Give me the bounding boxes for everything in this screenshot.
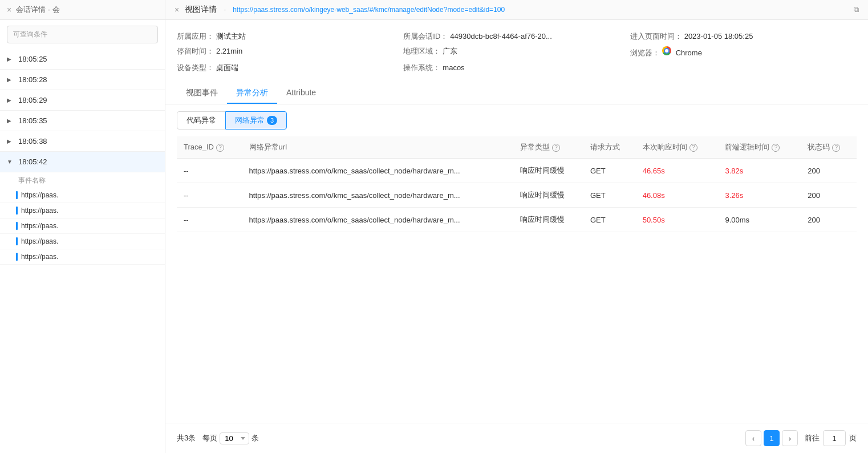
sub-tab-bar: 代码异常网络异常3	[165, 104, 868, 130]
event-bar-icon	[16, 237, 18, 245]
goto-page-unit: 页	[849, 433, 857, 443]
meta-region-label: 地理区域：	[403, 46, 440, 56]
meta-enter-time: 进入页面时间： 2023-01-05 18:05:25	[630, 29, 857, 44]
td-frontend-time: 3.26s	[718, 183, 801, 208]
td-response-time: 46.65s	[636, 159, 719, 183]
td-trace-id: --	[177, 159, 242, 183]
meta-session-id-label: 所属会话ID：	[403, 31, 448, 42]
event-text: https://paas.	[21, 253, 58, 261]
meta-app-value: 测试主站	[216, 31, 246, 42]
goto-page-input[interactable]	[823, 430, 846, 446]
row-arrow-icon: ▶	[7, 76, 14, 83]
topbar-title: 视图详情	[185, 5, 217, 15]
row-time: 18:05:25	[18, 55, 158, 63]
th-tip-icon[interactable]: ?	[689, 144, 697, 152]
copy-icon[interactable]: ⧉	[854, 5, 859, 14]
meta-browser: 浏览器： Chrome	[630, 44, 857, 60]
table-row: --https://paas.stress.com/o/kmc_saas/col…	[177, 208, 857, 232]
topbar: × 视图详情 - https://paas.stress.com/o/kinge…	[165, 0, 868, 20]
sidebar-row[interactable]: ▶ 18:05:38	[0, 131, 165, 152]
topbar-url[interactable]: https://paas.stress.com/o/kingeye-web_sa…	[233, 6, 848, 14]
tab-anomaly[interactable]: 异常分析	[227, 82, 277, 104]
event-bar-icon	[16, 253, 18, 261]
meta-os: 操作系统： macos	[403, 60, 630, 75]
meta-browser-label: 浏览器：	[630, 48, 660, 58]
td-anomaly-type: 响应时间缓慢	[513, 183, 583, 208]
th-request_method: 请求方式	[583, 136, 636, 159]
event-text: https://paas.	[21, 237, 58, 245]
sidebar-row[interactable]: ▶ 18:05:28	[0, 70, 165, 90]
td-trace-id: --	[177, 183, 242, 208]
th-frontend_time: 前端逻辑时间?	[718, 136, 801, 159]
td-response-time: 50.50s	[636, 208, 719, 232]
sidebar-event-item[interactable]: https://paas.	[0, 188, 165, 203]
row-time: 18:05:35	[18, 116, 158, 125]
td-trace-id: --	[177, 208, 242, 232]
tab-attribute[interactable]: Attribute	[277, 82, 325, 104]
table-header-row: Trace_ID?网络异常url异常类型?请求方式本次响应时间?前端逻辑时间?状…	[177, 136, 857, 159]
pagination-total: 共3条	[177, 433, 196, 443]
topbar-close-button[interactable]: ×	[175, 5, 179, 14]
table-header: Trace_ID?网络异常url异常类型?请求方式本次响应时间?前端逻辑时间?状…	[177, 136, 857, 159]
page-prev-button[interactable]: ‹	[745, 430, 761, 446]
row-arrow-icon: ▶	[7, 56, 14, 62]
td-response-time: 46.08s	[636, 183, 719, 208]
sidebar-title: 会话详情 - 会	[16, 5, 158, 15]
th-url: 网络异常url	[242, 136, 513, 159]
meta-device: 设备类型： 桌面端	[177, 60, 403, 75]
meta-stay-value: 2.21min	[216, 47, 242, 55]
td-frontend-time: 9.00ms	[718, 208, 801, 232]
row-arrow-icon: ▼	[7, 159, 14, 165]
th-tip-icon[interactable]: ?	[216, 144, 224, 152]
meta-app: 所属应用： 测试主站	[177, 29, 403, 44]
page-1-button[interactable]: 1	[764, 430, 780, 446]
sidebar-event-item[interactable]: https://paas.	[0, 234, 165, 249]
pagination-goto: 前往 页	[805, 430, 857, 446]
event-text: https://paas.	[21, 222, 58, 230]
tab-view-event[interactable]: 视图事件	[177, 82, 227, 104]
th-status_code: 状态码?	[801, 136, 857, 159]
meta-device-label: 设备类型：	[177, 63, 214, 73]
td-anomaly-type: 响应时间缓慢	[513, 208, 583, 232]
sidebar-event-item[interactable]: https://paas.	[0, 203, 165, 219]
sidebar-row-list: ▶ 18:05:25 ▶ 18:05:28 ▶ 18:05:29 ▶ 18:05…	[0, 49, 165, 453]
sidebar-event-item[interactable]: https://paas.	[0, 219, 165, 234]
meta-os-value: macos	[443, 63, 464, 72]
sidebar-row[interactable]: ▶ 18:05:29	[0, 90, 165, 111]
meta-app-label: 所属应用：	[177, 31, 214, 42]
sidebar-row[interactable]: ▶ 18:05:35	[0, 111, 165, 131]
event-text: https://paas.	[21, 191, 58, 199]
td-frontend-time: 3.82s	[718, 159, 801, 183]
sidebar-close-button[interactable]: ×	[7, 5, 11, 14]
per-page-select[interactable]: 102050100	[220, 432, 249, 444]
meta-stay-label: 停留时间：	[177, 46, 214, 56]
sidebar-row[interactable]: ▶ 18:05:25	[0, 49, 165, 70]
main-panel: × 视图详情 - https://paas.stress.com/o/kinge…	[165, 0, 868, 453]
sidebar-row[interactable]: ▼ 18:05:42	[0, 152, 165, 172]
chrome-icon	[662, 46, 671, 55]
sidebar-event-item[interactable]: https://paas.	[0, 249, 165, 265]
th-anomaly_type: 异常类型?	[513, 136, 583, 159]
row-time: 18:05:42	[18, 157, 158, 166]
td-status-code: 200	[801, 208, 857, 232]
td-url: https://paas.stress.com/o/kmc_saas/colle…	[242, 208, 513, 232]
th-tip-icon[interactable]: ?	[552, 144, 560, 152]
td-request-method: GET	[583, 159, 636, 183]
sidebar-header: × 会话详情 - 会	[0, 0, 165, 20]
topbar-separator: -	[224, 6, 226, 14]
meta-enter-time-value: 2023-01-05 18:05:25	[684, 32, 753, 41]
th-tip-icon[interactable]: ?	[832, 144, 840, 152]
page-next-button[interactable]: ›	[782, 430, 798, 446]
event-text: https://paas.	[21, 207, 58, 215]
sidebar-filter-label: 可查询条件	[7, 26, 158, 43]
td-status-code: 200	[801, 159, 857, 183]
pagination-nav: ‹ 1 ›	[745, 430, 798, 446]
td-request-method: GET	[583, 208, 636, 232]
sub-tab-code-anomaly[interactable]: 代码异常	[177, 111, 226, 130]
td-anomaly-type: 响应时间缓慢	[513, 159, 583, 183]
sub-tab-network-anomaly[interactable]: 网络异常3	[225, 111, 287, 130]
goto-label: 前往	[805, 433, 820, 443]
meta-session-id-value: 44930dcb-bc8f-4464-af76-20...	[450, 32, 552, 41]
th-tip-icon[interactable]: ?	[772, 144, 780, 152]
row-time: 18:05:29	[18, 96, 158, 104]
